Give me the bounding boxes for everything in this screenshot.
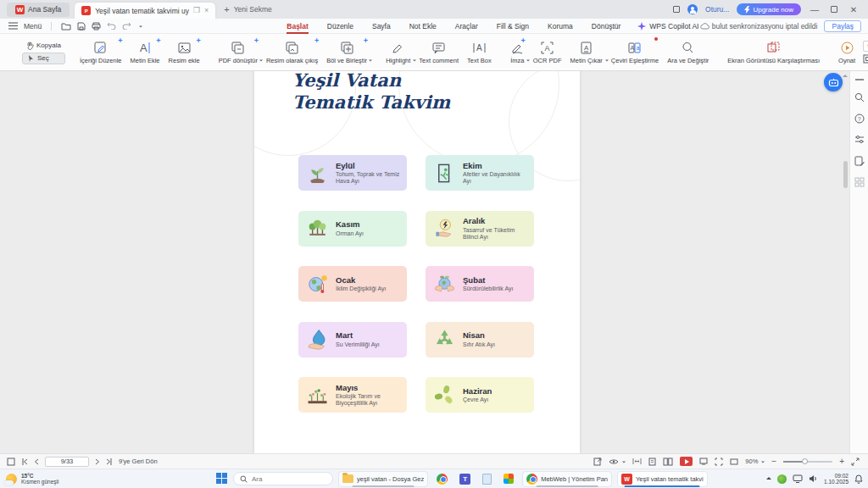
signin-label[interactable]: Oturu... (705, 5, 729, 14)
home-tab[interactable]: W Ana Sayfa (7, 3, 70, 17)
next-page-icon[interactable] (95, 458, 100, 465)
two-page-icon[interactable] (663, 458, 673, 466)
month-card[interactable]: Mart Su Verimliliği Ayı (298, 322, 407, 358)
close-tab-icon[interactable]: × (204, 7, 209, 14)
taskbar-search-input[interactable] (252, 475, 320, 483)
month-card[interactable]: Haziran Çevre Ayı (426, 377, 534, 413)
notification-bell-icon[interactable] (854, 474, 863, 484)
copy-button[interactable]: Kopyala (22, 41, 65, 51)
text-box-button[interactable]: A Text Box (463, 36, 496, 69)
month-card[interactable]: Mayıs Ekolojik Tarım ve Biyoçeşitlilik A… (298, 377, 407, 413)
taskbar-wps-window[interactable]: W Yeşil vatan tematik takvi (617, 471, 708, 487)
upgrade-button[interactable]: Upgrade now (737, 3, 801, 15)
tray-expand-icon[interactable] (766, 474, 771, 480)
start-button[interactable] (216, 473, 228, 485)
zoom-level-select[interactable]: 90% (863, 41, 868, 52)
first-page-icon[interactable] (21, 458, 28, 465)
export-as-image-button[interactable]: Resim olarak çıkış (262, 36, 322, 69)
popout-tab-icon[interactable]: ❐ (193, 7, 200, 14)
back-to-page-link[interactable]: 9'ye Geri Dön (119, 458, 158, 465)
taskbar-search[interactable] (233, 472, 333, 485)
single-page-icon[interactable] (648, 458, 656, 466)
help-icon[interactable]: ? (854, 114, 865, 124)
fullscreen-fit-icon[interactable] (715, 458, 723, 466)
page-indicator-input[interactable] (45, 457, 89, 467)
restore-button[interactable] (828, 5, 840, 14)
month-card[interactable]: Ekim Afetler ve Dayanıklılık Ayı (426, 155, 534, 191)
apps-grid-icon[interactable] (854, 177, 865, 187)
menu-label[interactable]: Menü (24, 22, 42, 30)
find-replace-button[interactable]: Ara ve Değiştir (663, 36, 713, 69)
ai-assistant-button[interactable] (824, 73, 843, 92)
thumbnail-panel-icon[interactable] (7, 458, 15, 466)
minimize-button[interactable]: — (809, 5, 821, 14)
zoom-out-button[interactable]: − (771, 457, 776, 466)
taskbar-explorer-window[interactable]: yeşil vatan - Dosya Gez (338, 471, 428, 487)
month-card[interactable]: Aralık Tasarruf ve Tüketim Bilinci Ayı (426, 211, 534, 247)
vertical-scrollbar[interactable] (843, 71, 848, 453)
zoom-in-button[interactable]: + (839, 457, 844, 466)
taskbar-photos[interactable] (500, 471, 517, 487)
search-icon[interactable] (854, 92, 865, 103)
menu-araclar[interactable]: Araçlar (455, 22, 478, 30)
view-options[interactable] (609, 458, 626, 465)
taskbar-chrome-window[interactable]: MebWeb | Yönetim Pan (522, 471, 612, 487)
open-folder-icon[interactable] (61, 22, 71, 30)
last-page-icon[interactable] (106, 458, 113, 465)
edit-content-button[interactable]: İçeriği Düzenle (75, 36, 126, 69)
zoom-slider-knob[interactable] (802, 458, 808, 464)
presentation-icon[interactable] (699, 458, 708, 465)
month-card[interactable]: Kasım Orman Ayı (298, 211, 407, 247)
screenshot-compare-button[interactable]: Ekran Görüntüsü Karşılaştırması (723, 36, 824, 69)
play-button[interactable]: Oynat (834, 36, 860, 69)
month-card[interactable]: Eylül Tohum, Toprak ve Temiz Hava Ayı (298, 155, 407, 191)
layout-icon[interactable] (673, 6, 680, 13)
taskbar-chrome[interactable] (433, 471, 451, 487)
fit-width-icon[interactable] (632, 458, 642, 465)
taskbar-teams[interactable]: T (456, 471, 474, 487)
zoom-slider[interactable] (783, 461, 832, 463)
previous-page-icon[interactable] (34, 458, 39, 465)
copilot-menu[interactable]: WPS Copilot AI (637, 22, 698, 30)
menu-sayfa[interactable]: Sayfa (372, 22, 391, 30)
add-text-button[interactable]: A Metin Ekle (126, 36, 164, 69)
crop-frame-icon[interactable] (730, 458, 738, 465)
zoom-percent-select[interactable]: 90% (745, 458, 765, 465)
chevron-down-icon[interactable] (139, 25, 142, 29)
collapse-icon[interactable] (855, 78, 864, 81)
undo-icon[interactable] (107, 22, 116, 30)
menu-koruma[interactable]: Koruma (548, 22, 573, 30)
print-icon[interactable] (92, 22, 101, 30)
scrollbar-thumb[interactable] (843, 161, 848, 188)
video-play-button[interactable] (680, 457, 693, 466)
pdf-convert-button[interactable]: PDF dönüştür (214, 36, 262, 69)
cloud-sync-status[interactable]: bulut senkronizasyonu iptal edildi (700, 22, 818, 30)
month-card[interactable]: Şubat Sürdürülebilirlik Ayı (426, 266, 534, 302)
text-comment-button[interactable]: Text comment (415, 36, 463, 69)
volume-icon[interactable] (809, 474, 818, 483)
redo-icon[interactable] (122, 22, 131, 30)
menu-duzenle[interactable]: Düzenle (327, 22, 353, 30)
account-avatar[interactable] (687, 4, 698, 14)
page-jump-icon[interactable] (593, 458, 602, 466)
menu-donustur[interactable]: Dönüştür (592, 22, 621, 30)
antivirus-tray-icon[interactable] (777, 474, 787, 484)
ocr-pdf-button[interactable]: A OCR PDF (529, 36, 566, 69)
extract-text-button[interactable]: A Metin Çıkar (566, 36, 607, 69)
menu-baslat[interactable]: Başlat (287, 22, 309, 30)
signature-button[interactable]: İmza (506, 36, 529, 69)
close-button[interactable]: ✕ (848, 5, 860, 14)
fit-page-icon[interactable] (863, 54, 868, 64)
menu-fill-sign[interactable]: Fill & Sign (497, 22, 529, 30)
save-icon[interactable] (77, 22, 86, 30)
hamburger-menu-icon[interactable] (8, 22, 18, 30)
document-tab[interactable]: P Yeşil vatan tematik takvimi uy ❐ × (75, 3, 215, 19)
highlight-button[interactable]: Highlight (381, 36, 415, 69)
weather-widget[interactable]: 15°C Kısmen güneşli (0, 473, 102, 485)
month-card[interactable]: Nisan Sıfır Atık Ayı (426, 322, 534, 358)
new-tab-button[interactable]: + Yeni Sekme (224, 4, 272, 14)
add-image-button[interactable]: Resim ekle (164, 36, 204, 69)
page-edit-icon[interactable] (854, 156, 865, 166)
split-merge-button[interactable]: Böl ve Birleştir (322, 36, 371, 69)
expand-fullscreen-icon[interactable] (851, 458, 860, 466)
